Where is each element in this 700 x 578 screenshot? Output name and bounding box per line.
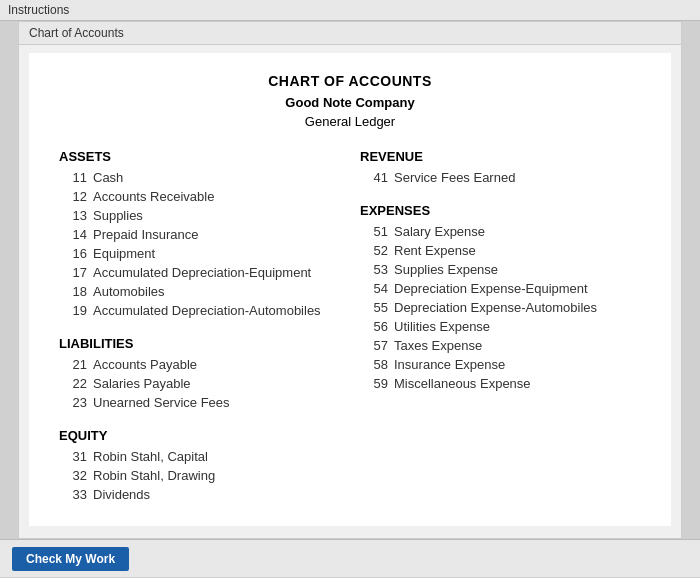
account-name: Rent Expense — [394, 243, 476, 258]
account-name: Accumulated Depreciation-Automobiles — [93, 303, 321, 318]
account-row: 13Supplies — [59, 208, 340, 223]
account-number: 32 — [59, 468, 87, 483]
account-row: 16Equipment — [59, 246, 340, 261]
section-heading: EXPENSES — [360, 203, 641, 218]
section-heading: ASSETS — [59, 149, 340, 164]
account-row: 21Accounts Payable — [59, 357, 340, 372]
account-row: 59Miscellaneous Expense — [360, 376, 641, 391]
account-name: Robin Stahl, Capital — [93, 449, 208, 464]
account-name: Utilities Expense — [394, 319, 490, 334]
company-name: Good Note Company — [59, 95, 641, 110]
account-name: Taxes Expense — [394, 338, 482, 353]
account-number: 31 — [59, 449, 87, 464]
account-name: Robin Stahl, Drawing — [93, 468, 215, 483]
account-number: 58 — [360, 357, 388, 372]
account-number: 22 — [59, 376, 87, 391]
top-bar: Instructions — [0, 0, 700, 21]
bottom-bar: Check My Work — [0, 539, 700, 577]
account-name: Salaries Payable — [93, 376, 191, 391]
account-number: 16 — [59, 246, 87, 261]
account-number: 51 — [360, 224, 388, 239]
account-number: 52 — [360, 243, 388, 258]
account-number: 19 — [59, 303, 87, 318]
account-name: Prepaid Insurance — [93, 227, 199, 242]
account-name: Accounts Receivable — [93, 189, 214, 204]
account-row: 18Automobiles — [59, 284, 340, 299]
account-row: 23Unearned Service Fees — [59, 395, 340, 410]
account-row: 52Rent Expense — [360, 243, 641, 258]
account-row: 56Utilities Expense — [360, 319, 641, 334]
tab-label: Chart of Accounts — [29, 26, 124, 40]
account-name: Supplies Expense — [394, 262, 498, 277]
account-number: 33 — [59, 487, 87, 502]
account-name: Supplies — [93, 208, 143, 223]
section-heading: EQUITY — [59, 428, 340, 443]
account-name: Depreciation Expense-Equipment — [394, 281, 588, 296]
account-row: 55Depreciation Expense-Automobiles — [360, 300, 641, 315]
account-row: 31Robin Stahl, Capital — [59, 449, 340, 464]
account-row: 51Salary Expense — [360, 224, 641, 239]
account-number: 23 — [59, 395, 87, 410]
account-name: Accumulated Depreciation-Equipment — [93, 265, 311, 280]
account-number: 55 — [360, 300, 388, 315]
account-number: 41 — [360, 170, 388, 185]
account-row: 33Dividends — [59, 487, 340, 502]
account-number: 53 — [360, 262, 388, 277]
account-name: Salary Expense — [394, 224, 485, 239]
account-number: 14 — [59, 227, 87, 242]
account-name: Equipment — [93, 246, 155, 261]
tab-bar: Chart of Accounts — [19, 22, 681, 45]
account-name: Unearned Service Fees — [93, 395, 230, 410]
chart-title: CHART OF ACCOUNTS — [59, 73, 641, 89]
content-area: CHART OF ACCOUNTS Good Note Company Gene… — [29, 53, 671, 526]
account-name: Miscellaneous Expense — [394, 376, 531, 391]
account-name: Dividends — [93, 487, 150, 502]
account-number: 13 — [59, 208, 87, 223]
right-column: REVENUE41Service Fees EarnedEXPENSES51Sa… — [360, 149, 641, 506]
account-row: 54Depreciation Expense-Equipment — [360, 281, 641, 296]
account-row: 11Cash — [59, 170, 340, 185]
account-number: 56 — [360, 319, 388, 334]
outer-container: Chart of Accounts CHART OF ACCOUNTS Good… — [18, 21, 682, 539]
account-row: 58Insurance Expense — [360, 357, 641, 372]
account-row: 17Accumulated Depreciation-Equipment — [59, 265, 340, 280]
account-number: 54 — [360, 281, 388, 296]
account-row: 22Salaries Payable — [59, 376, 340, 391]
account-number: 21 — [59, 357, 87, 372]
account-row: 41Service Fees Earned — [360, 170, 641, 185]
account-name: Service Fees Earned — [394, 170, 515, 185]
account-name: Accounts Payable — [93, 357, 197, 372]
section-heading: LIABILITIES — [59, 336, 340, 351]
account-name: Cash — [93, 170, 123, 185]
account-row: 32Robin Stahl, Drawing — [59, 468, 340, 483]
account-name: Depreciation Expense-Automobiles — [394, 300, 597, 315]
account-number: 57 — [360, 338, 388, 353]
account-row: 12Accounts Receivable — [59, 189, 340, 204]
top-bar-label: Instructions — [8, 3, 69, 17]
ledger-name: General Ledger — [59, 114, 641, 129]
account-row: 19Accumulated Depreciation-Automobiles — [59, 303, 340, 318]
two-column-layout: ASSETS11Cash12Accounts Receivable13Suppl… — [59, 149, 641, 506]
account-number: 11 — [59, 170, 87, 185]
section-heading: REVENUE — [360, 149, 641, 164]
account-number: 18 — [59, 284, 87, 299]
check-my-work-button[interactable]: Check My Work — [12, 547, 129, 571]
account-row: 14Prepaid Insurance — [59, 227, 340, 242]
account-number: 12 — [59, 189, 87, 204]
account-number: 59 — [360, 376, 388, 391]
account-number: 17 — [59, 265, 87, 280]
account-row: 53Supplies Expense — [360, 262, 641, 277]
left-column: ASSETS11Cash12Accounts Receivable13Suppl… — [59, 149, 340, 506]
account-name: Insurance Expense — [394, 357, 505, 372]
account-row: 57Taxes Expense — [360, 338, 641, 353]
account-name: Automobiles — [93, 284, 165, 299]
